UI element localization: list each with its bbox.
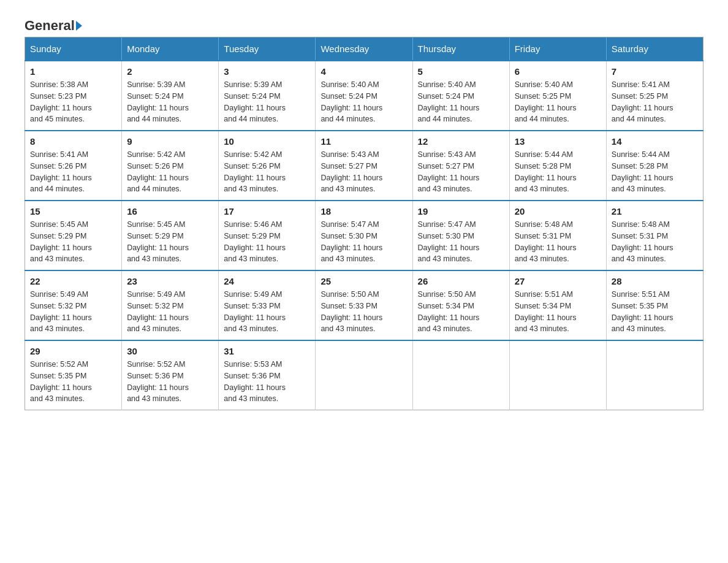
day-info: Sunrise: 5:50 AMSunset: 5:33 PMDaylight:…: [320, 290, 382, 333]
day-number: 6: [515, 66, 601, 77]
logo-arrow-icon: [76, 21, 82, 31]
day-number: 17: [224, 206, 310, 216]
calendar-table: SundayMondayTuesdayWednesdayThursdayFrid…: [25, 37, 703, 410]
day-number: 7: [612, 66, 698, 77]
day-info: Sunrise: 5:42 AMSunset: 5:26 PMDaylight:…: [127, 150, 189, 193]
calendar-cell: 19 Sunrise: 5:47 AMSunset: 5:30 PMDaylig…: [412, 201, 509, 270]
header-saturday: Saturday: [606, 37, 703, 61]
day-number: 28: [612, 276, 698, 286]
day-info: Sunrise: 5:48 AMSunset: 5:31 PMDaylight:…: [515, 220, 577, 263]
calendar-cell: [412, 340, 509, 410]
day-number: 11: [320, 136, 407, 147]
day-number: 21: [612, 206, 698, 216]
day-number: 12: [418, 136, 504, 147]
calendar-cell: 13 Sunrise: 5:44 AMSunset: 5:28 PMDaylig…: [509, 131, 606, 201]
day-info: Sunrise: 5:50 AMSunset: 5:34 PMDaylight:…: [418, 290, 480, 333]
calendar-week-row: 8 Sunrise: 5:41 AMSunset: 5:26 PMDayligh…: [25, 131, 703, 201]
calendar-week-row: 15 Sunrise: 5:45 AMSunset: 5:29 PMDaylig…: [25, 201, 703, 270]
page-header: General: [25, 18, 703, 33]
calendar-cell: 3 Sunrise: 5:39 AMSunset: 5:24 PMDayligh…: [219, 61, 316, 131]
calendar-week-row: 29 Sunrise: 5:52 AMSunset: 5:35 PMDaylig…: [25, 340, 703, 410]
calendar-cell: 18 Sunrise: 5:47 AMSunset: 5:30 PMDaylig…: [316, 201, 412, 270]
header-sunday: Sunday: [25, 37, 122, 61]
day-info: Sunrise: 5:51 AMSunset: 5:35 PMDaylight:…: [612, 290, 673, 333]
calendar-cell: 14 Sunrise: 5:44 AMSunset: 5:28 PMDaylig…: [606, 131, 703, 201]
day-info: Sunrise: 5:45 AMSunset: 5:29 PMDaylight:…: [127, 220, 189, 263]
day-number: 23: [127, 276, 213, 286]
day-number: 4: [320, 66, 407, 77]
calendar-cell: 5 Sunrise: 5:40 AMSunset: 5:24 PMDayligh…: [412, 61, 509, 131]
day-info: Sunrise: 5:49 AMSunset: 5:32 PMDaylight:…: [30, 290, 92, 333]
day-info: Sunrise: 5:53 AMSunset: 5:36 PMDaylight:…: [224, 360, 286, 403]
calendar-cell: [509, 340, 606, 410]
day-info: Sunrise: 5:48 AMSunset: 5:31 PMDaylight:…: [612, 220, 673, 263]
logo: General: [25, 18, 82, 33]
calendar-cell: 21 Sunrise: 5:48 AMSunset: 5:31 PMDaylig…: [606, 201, 703, 270]
header-friday: Friday: [509, 37, 606, 61]
day-number: 9: [127, 136, 213, 147]
calendar-cell: 1 Sunrise: 5:38 AMSunset: 5:23 PMDayligh…: [25, 61, 122, 131]
day-info: Sunrise: 5:38 AMSunset: 5:23 PMDaylight:…: [30, 80, 92, 123]
day-number: 22: [30, 276, 116, 286]
day-number: 13: [515, 136, 601, 147]
calendar-cell: 30 Sunrise: 5:52 AMSunset: 5:36 PMDaylig…: [122, 340, 219, 410]
calendar-cell: 25 Sunrise: 5:50 AMSunset: 5:33 PMDaylig…: [316, 270, 412, 340]
day-info: Sunrise: 5:45 AMSunset: 5:29 PMDaylight:…: [30, 220, 92, 263]
day-info: Sunrise: 5:44 AMSunset: 5:28 PMDaylight:…: [515, 150, 577, 193]
day-info: Sunrise: 5:43 AMSunset: 5:27 PMDaylight:…: [418, 150, 480, 193]
day-number: 10: [224, 136, 310, 147]
calendar-cell: 17 Sunrise: 5:46 AMSunset: 5:29 PMDaylig…: [219, 201, 316, 270]
day-number: 2: [127, 66, 213, 77]
header-thursday: Thursday: [412, 37, 509, 61]
day-number: 15: [30, 206, 116, 216]
day-number: 14: [612, 136, 698, 147]
day-number: 31: [224, 346, 310, 356]
calendar-cell: 8 Sunrise: 5:41 AMSunset: 5:26 PMDayligh…: [25, 131, 122, 201]
day-info: Sunrise: 5:49 AMSunset: 5:33 PMDaylight:…: [224, 290, 286, 333]
day-number: 27: [515, 276, 601, 286]
day-info: Sunrise: 5:52 AMSunset: 5:35 PMDaylight:…: [30, 360, 92, 403]
day-info: Sunrise: 5:46 AMSunset: 5:29 PMDaylight:…: [224, 220, 286, 263]
header-wednesday: Wednesday: [316, 37, 412, 61]
calendar-header-row: SundayMondayTuesdayWednesdayThursdayFrid…: [25, 37, 703, 61]
day-info: Sunrise: 5:47 AMSunset: 5:30 PMDaylight:…: [320, 220, 382, 263]
day-info: Sunrise: 5:41 AMSunset: 5:26 PMDaylight:…: [30, 150, 92, 193]
calendar-cell: 15 Sunrise: 5:45 AMSunset: 5:29 PMDaylig…: [25, 201, 122, 270]
calendar-cell: 28 Sunrise: 5:51 AMSunset: 5:35 PMDaylig…: [606, 270, 703, 340]
calendar-cell: 22 Sunrise: 5:49 AMSunset: 5:32 PMDaylig…: [25, 270, 122, 340]
header-tuesday: Tuesday: [219, 37, 316, 61]
day-number: 18: [320, 206, 407, 216]
calendar-cell: 10 Sunrise: 5:42 AMSunset: 5:26 PMDaylig…: [219, 131, 316, 201]
day-info: Sunrise: 5:40 AMSunset: 5:25 PMDaylight:…: [515, 80, 577, 123]
day-number: 26: [418, 276, 504, 286]
day-info: Sunrise: 5:39 AMSunset: 5:24 PMDaylight:…: [127, 80, 189, 123]
day-number: 29: [30, 346, 116, 356]
calendar-cell: 20 Sunrise: 5:48 AMSunset: 5:31 PMDaylig…: [509, 201, 606, 270]
day-number: 16: [127, 206, 213, 216]
day-info: Sunrise: 5:41 AMSunset: 5:25 PMDaylight:…: [612, 80, 673, 123]
day-number: 24: [224, 276, 310, 286]
day-number: 30: [127, 346, 213, 356]
calendar-cell: 2 Sunrise: 5:39 AMSunset: 5:24 PMDayligh…: [122, 61, 219, 131]
calendar-cell: 23 Sunrise: 5:49 AMSunset: 5:32 PMDaylig…: [122, 270, 219, 340]
day-info: Sunrise: 5:42 AMSunset: 5:26 PMDaylight:…: [224, 150, 286, 193]
day-number: 8: [30, 136, 116, 147]
calendar-cell: 29 Sunrise: 5:52 AMSunset: 5:35 PMDaylig…: [25, 340, 122, 410]
day-info: Sunrise: 5:47 AMSunset: 5:30 PMDaylight:…: [418, 220, 480, 263]
calendar-cell: 26 Sunrise: 5:50 AMSunset: 5:34 PMDaylig…: [412, 270, 509, 340]
header-monday: Monday: [122, 37, 219, 61]
calendar-cell: 6 Sunrise: 5:40 AMSunset: 5:25 PMDayligh…: [509, 61, 606, 131]
day-info: Sunrise: 5:52 AMSunset: 5:36 PMDaylight:…: [127, 360, 189, 403]
calendar-cell: 12 Sunrise: 5:43 AMSunset: 5:27 PMDaylig…: [412, 131, 509, 201]
day-number: 25: [320, 276, 407, 286]
calendar-cell: [316, 340, 412, 410]
calendar-cell: 31 Sunrise: 5:53 AMSunset: 5:36 PMDaylig…: [219, 340, 316, 410]
day-info: Sunrise: 5:40 AMSunset: 5:24 PMDaylight:…: [418, 80, 480, 123]
logo-text-general: General: [25, 18, 75, 33]
day-number: 5: [418, 66, 504, 77]
day-info: Sunrise: 5:39 AMSunset: 5:24 PMDaylight:…: [224, 80, 286, 123]
calendar-cell: 4 Sunrise: 5:40 AMSunset: 5:24 PMDayligh…: [316, 61, 412, 131]
day-info: Sunrise: 5:51 AMSunset: 5:34 PMDaylight:…: [515, 290, 577, 333]
day-number: 3: [224, 66, 310, 77]
day-info: Sunrise: 5:44 AMSunset: 5:28 PMDaylight:…: [612, 150, 673, 193]
